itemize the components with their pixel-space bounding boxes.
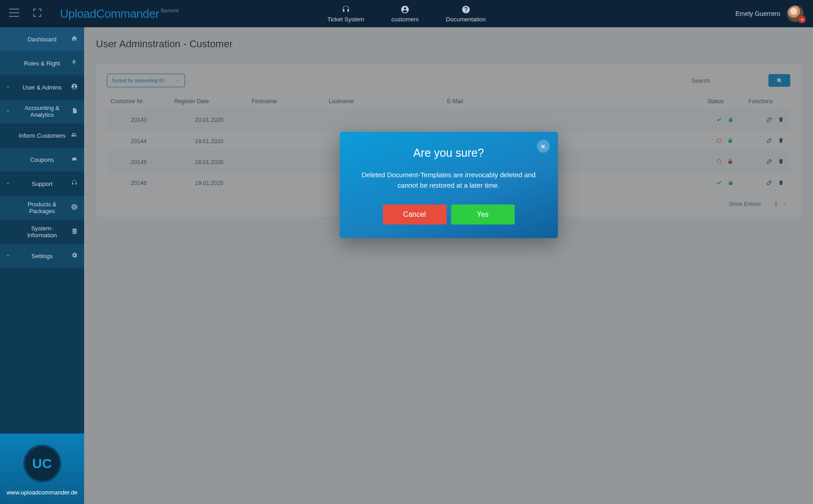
sidebar-item-accounting-analytics[interactable]: Accounting & Analytics xyxy=(0,100,84,124)
modal-close-button[interactable] xyxy=(537,140,550,153)
sidebar-item-products-packages[interactable]: Products & Packages xyxy=(0,196,84,220)
logo-text: UC xyxy=(32,456,52,471)
power-icon xyxy=(798,16,806,23)
user-name: Emely Guerrero xyxy=(735,10,780,17)
user-area: Emely Guerrero xyxy=(735,5,804,22)
logo-circle: UC xyxy=(23,444,61,483)
person-circle-icon xyxy=(401,5,410,14)
home-icon xyxy=(71,35,78,43)
topbar: UploadCommander Backend Ticket System cu… xyxy=(0,0,813,27)
sidebar-item-inform-customers[interactable]: Inform Customers xyxy=(0,124,84,148)
headset-icon xyxy=(341,5,350,14)
gear-icon xyxy=(71,252,78,260)
modal-body: Deleted Document-Templates are irrevocab… xyxy=(356,170,542,191)
brand-logo: UploadCommander Backend xyxy=(60,7,179,21)
site-url: www.uploadcommander.de xyxy=(6,489,77,496)
group-icon xyxy=(70,132,78,139)
top-nav: Ticket System customers Documentation xyxy=(327,5,486,23)
menu-toggle[interactable] xyxy=(9,9,19,19)
close-icon xyxy=(540,144,546,150)
brand-suffix: Backend xyxy=(161,8,179,13)
sidebar-item-coupons[interactable]: Coupons xyxy=(0,148,84,172)
topnav-documentation[interactable]: Documentation xyxy=(446,5,486,23)
topnav-ticket-system[interactable]: Ticket System xyxy=(327,5,364,23)
sidebar-item-dashboard[interactable]: Dashboard xyxy=(0,27,84,51)
sidebar-item-settings[interactable]: Settings xyxy=(0,244,84,268)
modal-overlay: Are you sure? Deleted Document-Templates… xyxy=(84,27,813,504)
fullscreen-toggle[interactable] xyxy=(33,8,42,19)
sidebar-footer: UC www.uploadcommander.de xyxy=(0,434,84,504)
sidebar-item-support[interactable]: Support xyxy=(0,172,84,196)
sidebar-item-system-information[interactable]: System-Information xyxy=(0,220,84,244)
run-icon xyxy=(71,59,78,67)
globe-icon xyxy=(71,204,78,212)
server-icon xyxy=(71,228,78,236)
sidebar-item-roles-right[interactable]: Roles & Right xyxy=(0,51,84,75)
modal-title: Are you sure? xyxy=(356,146,542,160)
help-circle-icon xyxy=(462,5,471,14)
headset-icon xyxy=(71,180,78,188)
main-content: User Adminstration - Customer Sorted by … xyxy=(84,27,813,504)
document-icon xyxy=(71,107,78,115)
yes-button[interactable]: Yes xyxy=(451,205,515,225)
topnav-customers[interactable]: customers xyxy=(391,5,419,23)
user-avatar[interactable] xyxy=(787,5,804,22)
cancel-button[interactable]: Cancel xyxy=(383,205,447,225)
brand-name: UploadCommander xyxy=(60,7,159,21)
sidebar-item-user-admins[interactable]: User & Admins xyxy=(0,75,84,100)
sidebar: Dashboard Roles & Right User & Admins Ac… xyxy=(0,27,84,504)
person-circle-icon xyxy=(71,83,78,91)
ticket-icon xyxy=(71,156,78,163)
confirm-delete-modal: Are you sure? Deleted Document-Templates… xyxy=(340,132,558,238)
